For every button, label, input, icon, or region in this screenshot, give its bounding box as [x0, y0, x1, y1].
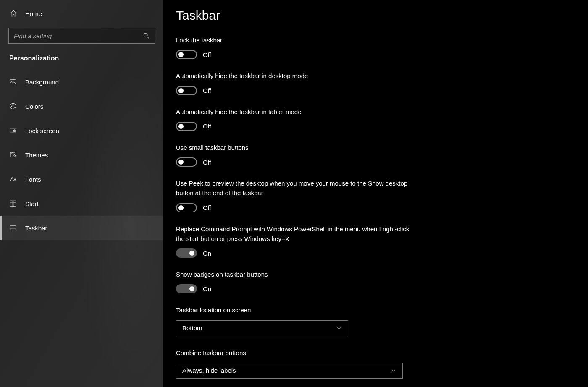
- setting-lock-taskbar: Lock the taskbar Off: [176, 35, 411, 59]
- page-title: Taskbar: [176, 8, 575, 23]
- start-icon: [9, 200, 18, 207]
- svg-rect-9: [10, 201, 13, 202]
- sidebar-item-start[interactable]: Start: [0, 191, 163, 216]
- taskbar-icon: [9, 224, 18, 232]
- setting-label: Show badges on taskbar buttons: [176, 269, 411, 279]
- sidebar-item-label: Colors: [25, 103, 43, 110]
- sidebar-item-lockscreen[interactable]: Lock screen: [0, 118, 163, 143]
- image-icon: [9, 78, 18, 86]
- sidebar-item-label: Background: [25, 78, 59, 86]
- toggle-lock-taskbar[interactable]: [176, 50, 197, 59]
- setting-location: Taskbar location on screen Bottom: [176, 305, 411, 336]
- dropdown-value: Always, hide labels: [182, 367, 236, 374]
- toggle-state: On: [203, 285, 211, 293]
- home-nav[interactable]: Home: [0, 0, 163, 22]
- svg-rect-11: [10, 203, 13, 207]
- svg-line-1: [147, 37, 149, 38]
- category-title: Personalization: [0, 55, 163, 70]
- svg-rect-2: [10, 80, 16, 84]
- toggle-powershell[interactable]: [176, 248, 197, 258]
- toggle-state: Off: [203, 51, 211, 58]
- setting-label: Automatically hide the taskbar in deskto…: [176, 71, 411, 81]
- setting-label: Combine taskbar buttons: [176, 348, 411, 358]
- toggle-state: Off: [203, 87, 211, 94]
- toggle-autohide-desktop[interactable]: [176, 86, 197, 95]
- chevron-down-icon: [391, 368, 396, 374]
- svg-point-3: [11, 106, 12, 107]
- svg-rect-13: [10, 226, 16, 230]
- themes-icon: [9, 151, 18, 159]
- sidebar: Home Personalization Background Colors: [0, 0, 163, 387]
- setting-label: Automatically hide the taskbar in tablet…: [176, 107, 411, 117]
- chevron-down-icon: [336, 325, 342, 331]
- svg-rect-7: [14, 130, 16, 131]
- sidebar-item-background[interactable]: Background: [0, 70, 163, 94]
- setting-label: Lock the taskbar: [176, 35, 411, 45]
- toggle-state: On: [203, 250, 211, 257]
- fonts-icon: [9, 175, 18, 183]
- search-input-wrapper[interactable]: [8, 28, 155, 44]
- lockscreen-icon: [9, 127, 18, 134]
- setting-label: Use small taskbar buttons: [176, 143, 411, 152]
- toggle-badges[interactable]: [176, 284, 197, 293]
- toggle-state: Off: [203, 159, 211, 166]
- setting-label: Replace Command Prompt with Windows Powe…: [176, 224, 411, 244]
- dropdown-combine-buttons[interactable]: Always, hide labels: [176, 363, 403, 379]
- sidebar-item-label: Taskbar: [25, 225, 47, 232]
- svg-rect-12: [13, 203, 16, 207]
- sidebar-item-fonts[interactable]: Fonts: [0, 167, 163, 191]
- setting-combine: Combine taskbar buttons Always, hide lab…: [176, 348, 411, 379]
- toggle-state: Off: [203, 123, 211, 130]
- sidebar-item-label: Fonts: [25, 176, 41, 183]
- sidebar-item-colors[interactable]: Colors: [0, 94, 163, 118]
- toggle-small-buttons[interactable]: [176, 157, 197, 167]
- svg-point-4: [12, 105, 13, 105]
- sidebar-item-taskbar[interactable]: Taskbar: [0, 216, 163, 240]
- sidebar-item-themes[interactable]: Themes: [0, 143, 163, 167]
- sidebar-item-label: Themes: [25, 152, 48, 159]
- setting-badges: Show badges on taskbar buttons On: [176, 269, 411, 293]
- svg-point-0: [144, 33, 147, 37]
- toggle-autohide-tablet[interactable]: [176, 122, 197, 131]
- setting-autohide-desktop: Automatically hide the taskbar in deskto…: [176, 71, 411, 95]
- dropdown-value: Bottom: [182, 324, 202, 332]
- toggle-peek[interactable]: [176, 203, 197, 212]
- setting-peek: Use Peek to preview the desktop when you…: [176, 178, 411, 212]
- sidebar-item-label: Start: [25, 200, 39, 207]
- search-input[interactable]: [14, 32, 143, 39]
- toggle-state: Off: [203, 204, 211, 211]
- dropdown-taskbar-location[interactable]: Bottom: [176, 320, 348, 336]
- home-icon: [9, 9, 18, 18]
- setting-autohide-tablet: Automatically hide the taskbar in tablet…: [176, 107, 411, 131]
- setting-label: Use Peek to preview the desktop when you…: [176, 178, 411, 198]
- palette-icon: [9, 102, 18, 110]
- content-area: Taskbar Lock the taskbar Off Automatical…: [163, 0, 588, 387]
- svg-rect-10: [13, 201, 16, 202]
- search-icon: [143, 32, 150, 39]
- setting-label: Taskbar location on screen: [176, 305, 411, 315]
- svg-point-5: [13, 105, 14, 105]
- sidebar-item-label: Lock screen: [25, 127, 59, 134]
- home-label: Home: [25, 10, 42, 17]
- setting-small-buttons: Use small taskbar buttons Off: [176, 143, 411, 167]
- setting-powershell: Replace Command Prompt with Windows Powe…: [176, 224, 411, 258]
